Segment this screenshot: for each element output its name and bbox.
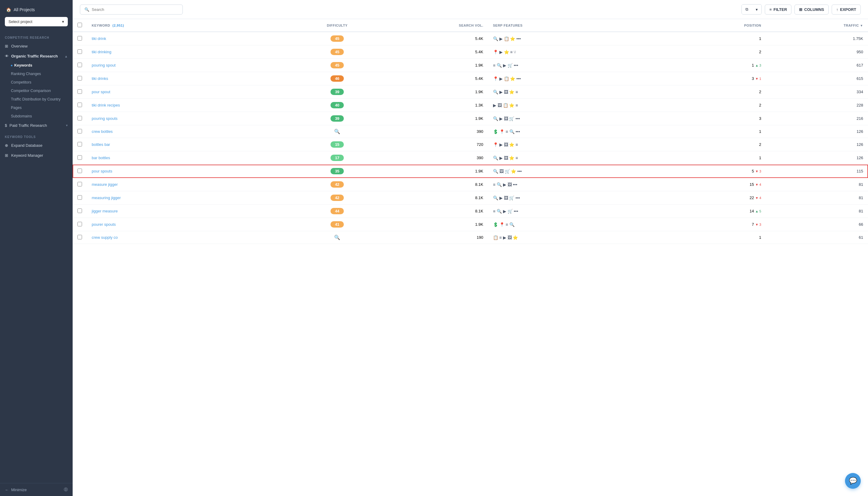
- table-row: jigger measure 44 8.1K ≡ 🔍 ▶ 🛒 ••• 14 ▲ …: [73, 205, 868, 218]
- row-checkbox-cell: [73, 99, 87, 112]
- project-placeholder: Select project: [9, 19, 32, 24]
- row-checkbox[interactable]: [77, 49, 82, 54]
- keyword-link[interactable]: tiki drinks: [92, 76, 108, 81]
- header-difficulty[interactable]: DIFFICULTY: [291, 19, 384, 32]
- sidebar-item-paid-traffic[interactable]: $ Paid Traffic Research ▾: [0, 121, 73, 130]
- sidebar-subitem-pages[interactable]: Pages: [0, 104, 73, 112]
- search-input[interactable]: [92, 7, 178, 12]
- project-selector[interactable]: Select project ▾: [5, 17, 68, 26]
- row-checkbox[interactable]: [77, 169, 82, 173]
- row-checkbox[interactable]: [77, 63, 82, 67]
- chat-button[interactable]: 💬: [845, 473, 861, 489]
- difficulty-cell: 41: [291, 218, 384, 231]
- sidebar-item-keyword-manager[interactable]: ⊞ Keyword Manager: [0, 151, 73, 160]
- difficulty-cell: 🔍: [291, 125, 384, 138]
- header-search-vol[interactable]: SEARCH VOL.: [384, 19, 488, 32]
- keyword-link[interactable]: pour spouts: [92, 169, 112, 173]
- paid-traffic-label: Paid Traffic Research: [10, 123, 64, 128]
- position-number: 2: [759, 103, 761, 107]
- position-change: ▼ 4: [755, 183, 761, 186]
- keyword-link[interactable]: pour spout: [92, 90, 110, 94]
- sidebar: 🏠 All Projects Select project ▾ Competit…: [0, 0, 73, 496]
- table-row: tiki drink recipes 40 1.3K ▶ 🖼 📋 ⭐ ≡ 2 2…: [73, 99, 868, 112]
- export-label: EXPORT: [840, 7, 856, 12]
- row-checkbox[interactable]: [77, 76, 82, 80]
- sidebar-subitem-keywords[interactable]: Keywords: [0, 61, 73, 69]
- row-checkbox[interactable]: [77, 222, 82, 226]
- expand-icon: ⊕: [5, 143, 8, 148]
- sidebar-subitem-traffic-distribution[interactable]: Traffic Distribution by Country: [0, 95, 73, 104]
- keyword-link[interactable]: tiki drinking: [92, 50, 111, 54]
- columns-button[interactable]: ⊞ COLUMNS: [794, 4, 829, 15]
- header-traffic[interactable]: TRAFFIC ▼: [766, 19, 868, 32]
- copy-button-split[interactable]: ⧉ ▾: [742, 4, 762, 15]
- header-checkbox-cell: [73, 19, 87, 32]
- traffic-value: 950: [856, 50, 863, 54]
- header-serp-features[interactable]: SERP FEATURES: [488, 19, 655, 32]
- serp-features-cell: ≡ 🔍 ▶ 🖼 •••: [488, 178, 655, 191]
- keyword-link[interactable]: tiki drink: [92, 36, 106, 41]
- position-cell: 3 ▼ 1: [655, 72, 766, 86]
- keyword-link[interactable]: pourer spouts: [92, 222, 116, 227]
- keyword-link[interactable]: crew supply co: [92, 235, 118, 240]
- keyword-link[interactable]: crew bottles: [92, 129, 112, 134]
- keyword-link[interactable]: bar bottles: [92, 156, 110, 160]
- traffic-value: 216: [856, 116, 863, 121]
- sidebar-item-organic-traffic[interactable]: 👁 Organic Traffic Research ▲: [0, 51, 73, 61]
- keyword-count: (2,951): [112, 24, 124, 27]
- keyword-link[interactable]: tiki drink recipes: [92, 103, 120, 107]
- all-projects-link[interactable]: 🏠 All Projects: [5, 5, 68, 15]
- minimize-button[interactable]: ← Minimize ⓪: [0, 483, 73, 496]
- row-checkbox-cell: [73, 125, 87, 138]
- traffic-value: 81: [859, 182, 863, 187]
- filter-button[interactable]: ≡ FILTER: [765, 4, 791, 15]
- row-checkbox[interactable]: [77, 116, 82, 121]
- serp-icons-container: 💲 📍 ≡ 🔍 •••: [493, 129, 650, 134]
- sidebar-item-overview[interactable]: ⊞ Overview: [0, 41, 73, 51]
- sidebar-subitem-subdomains[interactable]: Subdomains: [0, 112, 73, 121]
- export-button[interactable]: ↑ EXPORT: [832, 4, 861, 15]
- keyword-tools-section-title: Keyword Tools: [0, 130, 73, 140]
- active-dot: [11, 65, 12, 66]
- row-checkbox[interactable]: [77, 89, 82, 94]
- row-checkbox[interactable]: [77, 129, 82, 134]
- sidebar-subitem-ranking-changes[interactable]: Ranking Changes: [0, 69, 73, 78]
- keyword-link[interactable]: bottles bar: [92, 142, 110, 147]
- keyword-link[interactable]: pouring spout: [92, 63, 115, 67]
- sidebar-subitem-competitor-comparison[interactable]: Competitor Comparison: [0, 87, 73, 95]
- keyword-link[interactable]: measure jigger: [92, 182, 118, 187]
- traffic-cell: 617: [766, 59, 868, 72]
- keyword-cell: jigger measure: [87, 205, 291, 218]
- position-cell: 1: [655, 151, 766, 165]
- keyword-cell: bar bottles: [87, 151, 291, 165]
- difficulty-cell: 35: [291, 165, 384, 178]
- row-checkbox[interactable]: [77, 36, 82, 41]
- copy-chevron-icon[interactable]: ▾: [752, 5, 761, 14]
- row-checkbox[interactable]: [77, 155, 82, 160]
- keyword-cell: measure jigger: [87, 178, 291, 191]
- select-all-checkbox[interactable]: [77, 23, 82, 27]
- traffic-cell: 126: [766, 151, 868, 165]
- overview-label: Overview: [11, 44, 28, 48]
- keywords-table: KEYWORD (2,951) DIFFICULTY SEARCH VOL. S…: [73, 19, 868, 244]
- difficulty-badge: 39: [330, 89, 344, 95]
- search-box[interactable]: 🔍: [80, 4, 183, 15]
- row-checkbox[interactable]: [77, 142, 82, 146]
- keyword-link[interactable]: measuring jigger: [92, 196, 121, 200]
- sidebar-item-expand-database[interactable]: ⊕ Expand Database: [0, 140, 73, 151]
- row-checkbox[interactable]: [77, 103, 82, 107]
- keyword-link[interactable]: jigger measure: [92, 209, 118, 213]
- row-checkbox[interactable]: [77, 195, 82, 200]
- sidebar-subitem-competitors[interactable]: Competitors: [0, 78, 73, 87]
- table-row: crew bottles 🔍 390 💲 📍 ≡ 🔍 ••• 1 126: [73, 125, 868, 138]
- keyword-link[interactable]: pouring spouts: [92, 116, 118, 121]
- row-checkbox[interactable]: [77, 235, 82, 239]
- copy-icon[interactable]: ⧉: [742, 4, 752, 14]
- row-checkbox[interactable]: [77, 182, 82, 186]
- position-number: 7: [752, 222, 754, 227]
- header-keyword[interactable]: KEYWORD (2,951): [87, 19, 291, 32]
- serp-features-cell: 📋 ≡ ▶ 🖼 ⭐: [488, 231, 655, 244]
- header-position[interactable]: POSITION: [655, 19, 766, 32]
- row-checkbox[interactable]: [77, 208, 82, 213]
- position-number: 2: [759, 142, 761, 147]
